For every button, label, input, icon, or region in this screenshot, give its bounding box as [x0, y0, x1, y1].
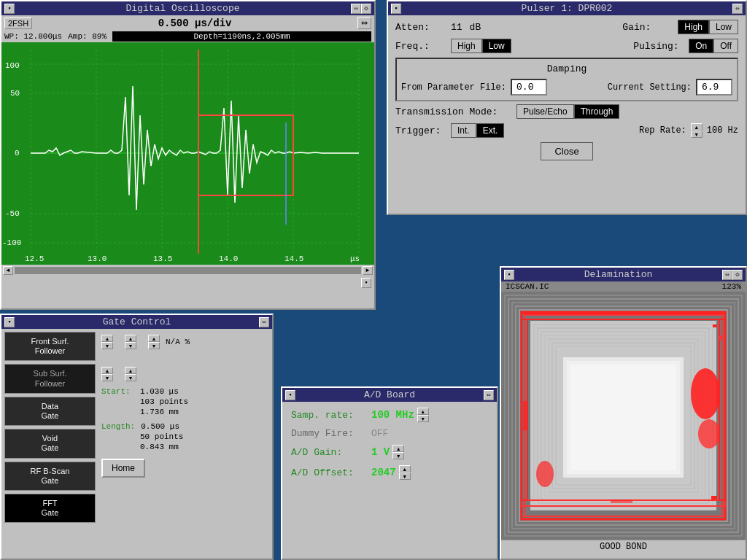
freq-low-btn[interactable]: Low	[482, 39, 511, 53]
rep-rate-down[interactable]: ▼	[691, 131, 703, 138]
svg-text:μs: μs	[350, 254, 360, 263]
ctrl-arr5-up[interactable]: ▲	[125, 367, 136, 374]
ad-expand-btn[interactable]: ⇔	[484, 390, 494, 400]
gate-control-window: ▪ Gate Control ⇔ Front Surf.Follower Sub…	[0, 314, 274, 560]
freq-label: Freq.:	[395, 41, 446, 52]
svg-rect-44	[570, 365, 676, 470]
svg-rect-54	[711, 496, 717, 499]
osc-scroll-right[interactable]: ►	[363, 266, 373, 275]
atten-value: 11	[451, 22, 462, 33]
freq-high-btn[interactable]: High	[451, 39, 482, 53]
delam-image	[501, 292, 746, 540]
ctrl-arrows-2: ▲ ▼	[125, 335, 136, 349]
osc-close-btn[interactable]: ◇	[361, 4, 371, 14]
gate-btn-rf-bscan[interactable]: RF B-ScanGate	[4, 462, 96, 491]
atten-unit: dB	[470, 22, 481, 33]
gate-menu-btn[interactable]: ▪	[4, 317, 15, 327]
osc-waveform-svg: 100 50 0 -50 -100 12.5 13.0 13.5 14.0 14…	[1, 42, 374, 265]
ad-offset-spin: ▲ ▼	[399, 465, 411, 480]
pulsing-off-btn[interactable]: Off	[713, 39, 738, 53]
osc-toolbar: 2FSH 0.500 μs/div ⇔	[1, 15, 374, 31]
osc-fit-btn[interactable]: ⇔	[357, 17, 371, 29]
rep-rate-label: Rep Rate:	[639, 125, 686, 136]
damping-title: Damping	[401, 63, 732, 74]
delam-close-btn[interactable]: ◇	[732, 270, 743, 280]
gate-expand-btn[interactable]: ⇔	[259, 317, 269, 327]
offset-up[interactable]: ▲	[399, 465, 411, 472]
dummy-fire-label: Dummy Fire:	[291, 428, 371, 439]
delam-expand-btn[interactable]: ⇔	[722, 270, 732, 280]
gain-down[interactable]: ▼	[392, 452, 404, 459]
ad-menu-btn[interactable]: ▪	[285, 390, 295, 400]
gate-title: Gate Control	[15, 316, 259, 327]
damping-row: From Parameter File: 0.0 Current Setting…	[401, 79, 732, 96]
pulser-title: Pulser 1: DPR002	[401, 3, 732, 14]
gate-btn-front-surf[interactable]: Front Surf.Follower	[4, 332, 96, 361]
pulse-echo-btn[interactable]: Pulse/Echo	[516, 104, 574, 119]
osc-scrollbar[interactable]: ◄ ►	[1, 265, 374, 276]
osc-scroll-track[interactable]	[15, 267, 361, 274]
pulser-freq-row: Freq.: High Low Pulsing: On Off	[395, 39, 738, 53]
na-label: N/A %	[166, 338, 190, 346]
gate-btn-void[interactable]: VoidGate	[4, 429, 96, 458]
osc-scroll-left[interactable]: ◄	[3, 266, 13, 275]
length-row: Length: 0.500 μs	[101, 422, 266, 431]
atten-label: Atten:	[395, 22, 446, 33]
ctrl-arr1-up[interactable]: ▲	[101, 335, 113, 342]
delam-scan-num: 123%	[722, 282, 741, 291]
close-btn[interactable]: Close	[541, 142, 592, 160]
ctrl-arr2-up[interactable]: ▲	[125, 335, 136, 342]
osc-fssh-btn[interactable]: 2FSH	[4, 18, 32, 29]
pulsing-on-btn[interactable]: On	[689, 39, 713, 53]
samp-rate-row: Samp. rate: 100 MHz ▲ ▼	[291, 408, 488, 422]
gain-high-btn[interactable]: High	[678, 20, 709, 34]
ctrl-arrows-3: ▲ ▼	[148, 335, 160, 349]
delam-status-text: GOOD BOND	[600, 542, 647, 552]
ctrl-arrows-1: ▲ ▼	[101, 335, 113, 349]
ctrl-arr4-down[interactable]: ▼	[101, 374, 113, 381]
through-btn[interactable]: Through	[574, 104, 620, 119]
pulser-menu-btn[interactable]: ▪	[391, 4, 401, 14]
osc-wp: WP: 12.800μs	[4, 32, 62, 41]
ctrl-arr1-down[interactable]: ▼	[101, 342, 113, 349]
pulser-title-bar: ▪ Pulser 1: DPR002 ⇔	[388, 1, 746, 15]
oscilloscope-window: ▪ Digital Oscilloscope ⇔ ◇ 2FSH 0.500 μs…	[0, 0, 376, 310]
samp-down[interactable]: ▼	[417, 415, 429, 422]
gate-btn-fft[interactable]: FFTGate	[4, 494, 96, 523]
samp-up[interactable]: ▲	[417, 408, 429, 415]
ad-offset-label: A/D Offset:	[291, 467, 371, 478]
ctrl-arr2-down[interactable]: ▼	[125, 342, 136, 349]
gate-body: Front Surf.Follower Sub Surf.Follower Da…	[1, 329, 272, 526]
start-label: Start:	[101, 387, 134, 396]
ctrl-arr3-up[interactable]: ▲	[148, 335, 160, 342]
rep-rate-row: Rep Rate: ▲ ▼ 100 Hz	[639, 123, 738, 138]
delam-menu-btn[interactable]: ▪	[504, 270, 514, 280]
ctrl-arr3-down[interactable]: ▼	[148, 342, 160, 349]
rep-rate-up[interactable]: ▲	[691, 123, 703, 131]
gate-btn-sub-surf[interactable]: Sub Surf.Follower	[4, 364, 96, 393]
gain-label: Gain:	[622, 22, 673, 33]
osc-corner-btn[interactable]: ▪	[361, 278, 371, 288]
length-points-row: 50 points	[101, 432, 266, 441]
svg-text:13.0: 13.0	[88, 254, 107, 263]
ctrl-arr4-up[interactable]: ▲	[101, 367, 113, 374]
trigger-label: Trigger:	[395, 125, 446, 136]
svg-text:100: 100	[5, 61, 20, 70]
gain-up[interactable]: ▲	[392, 445, 404, 452]
start-points: 103 points	[140, 397, 188, 406]
trig-int-btn[interactable]: Int.	[451, 123, 476, 138]
osc-menu-btn[interactable]: ▪	[4, 4, 15, 14]
gate-btn-data[interactable]: DataGate	[4, 397, 96, 426]
delam-title: Delamination	[514, 269, 722, 280]
offset-down[interactable]: ▼	[399, 472, 411, 480]
home-btn[interactable]: Home	[101, 459, 145, 478]
start-mm: 1.736 mm	[140, 408, 179, 416]
gain-low-btn[interactable]: Low	[709, 20, 738, 34]
svg-point-45	[691, 368, 720, 419]
ctrl-arr5-down[interactable]: ▼	[125, 374, 136, 381]
ad-offset-row: A/D Offset: 2047 ▲ ▼	[291, 465, 488, 480]
trig-ext-btn[interactable]: Ext.	[476, 123, 505, 138]
trans-mode-row: Transmission Mode: Pulse/Echo Through	[395, 104, 738, 119]
osc-expand-btn[interactable]: ⇔	[351, 4, 361, 14]
pulser-expand-btn[interactable]: ⇔	[732, 4, 743, 14]
